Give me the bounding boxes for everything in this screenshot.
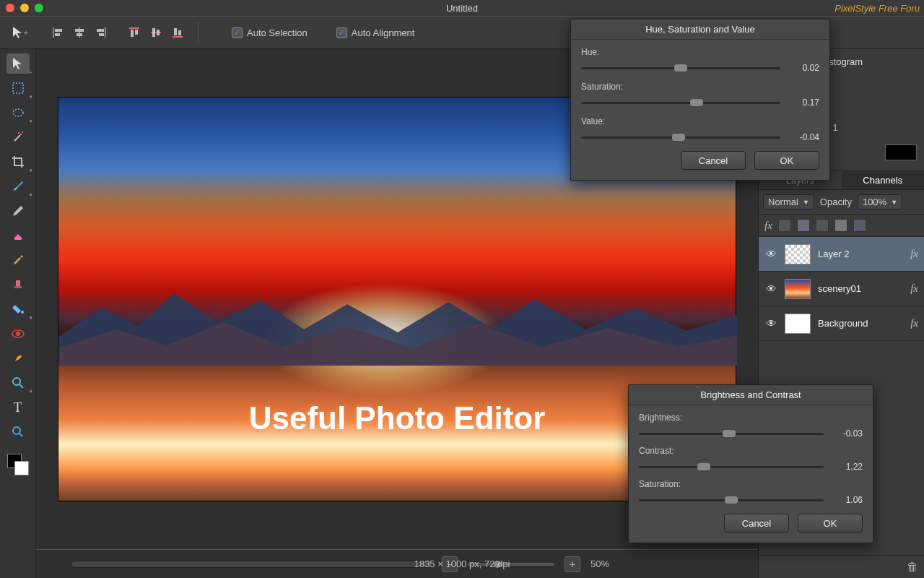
svg-point-31 (13, 427, 20, 434)
hue-slider[interactable] (581, 67, 780, 69)
bc-ok-button[interactable]: OK (798, 514, 863, 532)
rect-select-tool-icon[interactable]: ▾ (6, 78, 30, 98)
align-center-v-icon[interactable] (147, 24, 165, 41)
tab-channels[interactable]: Channels (842, 171, 925, 189)
svg-rect-17 (178, 30, 181, 35)
opacity-label: Opacity (820, 197, 852, 207)
eyedropper-tool-icon[interactable] (6, 250, 30, 270)
zoom-tool-icon[interactable]: ▾ (6, 373, 30, 393)
bc-cancel-button[interactable]: Cancel (724, 514, 789, 532)
horizontal-scrollbar[interactable] (71, 561, 432, 568)
svg-rect-7 (97, 29, 104, 32)
fx-icon[interactable]: fx (764, 220, 772, 232)
crop-tool-icon[interactable]: ▾ (6, 152, 30, 172)
auto-selection-label: Auto Selection (247, 27, 308, 38)
layer-thumbnail (785, 279, 811, 299)
hsv-cancel-button[interactable]: Cancel (681, 151, 746, 170)
svg-point-22 (22, 131, 23, 133)
brightness-label: Brightness: (639, 413, 863, 423)
svg-point-28 (16, 332, 20, 336)
window-zoom[interactable] (35, 4, 43, 12)
window-minimize[interactable] (20, 4, 29, 12)
svg-point-23 (18, 132, 19, 134)
layer-thumbnail (785, 244, 811, 264)
pencil-tool-icon[interactable] (6, 201, 30, 221)
svg-rect-4 (75, 29, 84, 32)
svg-line-30 (19, 384, 23, 388)
brightness-value: -0.03 (831, 428, 863, 439)
background-swatch[interactable] (14, 461, 29, 475)
smudge-tool-icon[interactable] (6, 348, 30, 368)
brand-link[interactable]: PixelStyle Free Foru (834, 3, 920, 14)
contrast-value: 1.22 (831, 462, 863, 472)
pointer-tool-icon[interactable]: + (7, 22, 32, 43)
fx-square-5[interactable] (853, 219, 866, 232)
align-top-icon[interactable] (126, 24, 143, 41)
layer-name: Layer 2 (818, 249, 903, 259)
trash-icon[interactable]: 🗑 (907, 561, 918, 574)
align-center-h-icon[interactable] (71, 24, 88, 41)
visibility-icon[interactable]: 👁 (764, 248, 777, 260)
opacity-dropdown[interactable]: 100%▼ (858, 194, 902, 210)
fx-square-4[interactable] (834, 219, 847, 232)
svg-rect-6 (105, 27, 106, 38)
svg-point-29 (13, 378, 20, 385)
layer-fx-icon[interactable]: fx (910, 282, 918, 295)
hsv-ok-button[interactable]: OK (754, 151, 819, 170)
fx-square-2[interactable] (797, 219, 810, 232)
hsv-dialog: Hue, Saturation and Value Hue: 0.02 Satu… (570, 19, 830, 181)
move-tool-icon[interactable]: + (6, 53, 30, 74)
contrast-slider[interactable] (639, 466, 824, 468)
svg-rect-8 (99, 33, 104, 36)
ellipse-select-tool-icon[interactable]: ▾ (6, 103, 30, 123)
auto-alignment-checkbox[interactable]: ✓ (336, 27, 347, 38)
redeye-tool-icon[interactable] (6, 324, 30, 344)
layer-item[interactable]: 👁 Background fx (759, 306, 924, 341)
value-slider[interactable] (581, 137, 780, 139)
saturation-label: Saturation: (581, 82, 819, 92)
text-tool-icon[interactable]: T (6, 397, 30, 418)
layer-item[interactable]: 👁 scenery01 fx (759, 272, 924, 306)
svg-point-21 (20, 134, 22, 135)
layer-fx-icon[interactable]: fx (910, 248, 918, 260)
tools-palette: + ▾ ▾ ▾ ▾ ▾ ▾ T (0, 49, 36, 578)
visibility-icon[interactable]: 👁 (764, 282, 777, 295)
titlebar: Untitled PixelStyle Free Foru (0, 0, 924, 16)
saturation-slider[interactable] (581, 102, 780, 104)
fx-square-1[interactable] (778, 219, 791, 232)
eraser-tool-icon[interactable] (6, 225, 30, 246)
clone-stamp-tool-icon[interactable] (6, 275, 30, 295)
svg-point-19 (13, 109, 23, 116)
saturation-value: 0.17 (788, 98, 819, 108)
visibility-icon[interactable]: 👁 (764, 317, 777, 329)
value-label: Value: (581, 116, 819, 126)
svg-rect-15 (173, 36, 183, 38)
align-left-icon[interactable] (49, 24, 66, 41)
blend-mode-dropdown[interactable]: Normal▼ (763, 194, 814, 210)
svg-rect-16 (174, 28, 177, 35)
zoom-in-button[interactable]: + (565, 556, 580, 572)
search-tool-icon[interactable] (6, 422, 30, 442)
magic-wand-tool-icon[interactable] (6, 127, 30, 147)
svg-rect-18 (13, 83, 23, 93)
svg-line-32 (19, 434, 22, 436)
layer-item[interactable]: 👁 Layer 2 fx (759, 237, 924, 272)
brush-tool-icon[interactable]: ▾ (6, 176, 30, 197)
align-bottom-icon[interactable] (169, 24, 186, 41)
value-value: -0.04 (788, 132, 819, 142)
hue-label: Hue: (581, 47, 819, 57)
bc-dialog-title: Brightness and Contrast (629, 385, 873, 405)
bucket-tool-icon[interactable]: ▾ (6, 299, 30, 319)
auto-alignment-label: Auto Alignment (352, 27, 414, 38)
mountain-shapes (58, 279, 737, 366)
layer-fx-icon[interactable]: fx (910, 317, 918, 329)
brightness-slider[interactable] (639, 433, 824, 435)
bc-saturation-slider[interactable] (639, 499, 824, 501)
fx-square-3[interactable] (816, 219, 829, 232)
color-swatches[interactable] (7, 454, 29, 475)
status-bar: − + 50% 1835 × 1000 px, 72 dpi (36, 549, 758, 578)
auto-selection-checkbox[interactable]: ✓ (232, 27, 243, 38)
window-close[interactable] (6, 4, 14, 12)
color-preview-swatch[interactable] (885, 144, 917, 160)
align-right-icon[interactable] (92, 24, 110, 41)
